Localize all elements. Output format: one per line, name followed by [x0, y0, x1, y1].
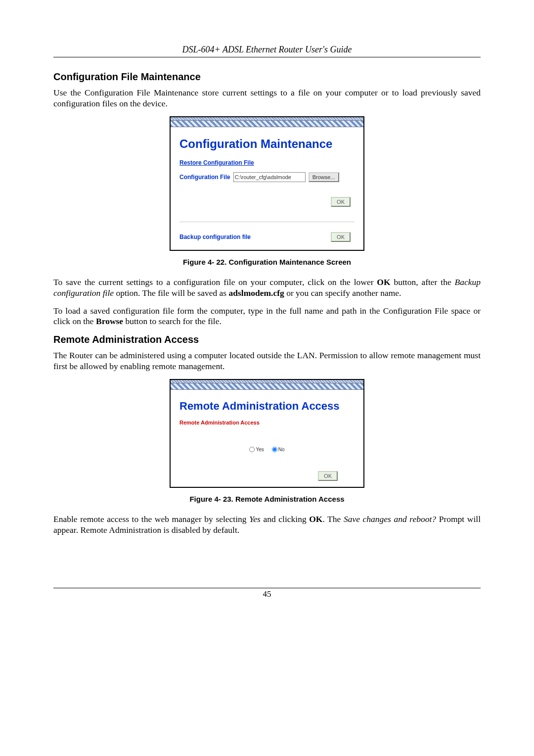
- header-rule: [53, 57, 481, 57]
- t: Browse: [96, 316, 123, 326]
- section1-p3: To load a saved configuration file form …: [53, 306, 481, 328]
- radio-yes-input[interactable]: [249, 447, 255, 452]
- panel-topbar: [171, 117, 363, 121]
- page-header: DSL-604+ ADSL Ethernet Router User's Gui…: [53, 45, 481, 55]
- section2-intro: The Router can be administered using a c…: [53, 350, 481, 372]
- panel-topbar: [171, 380, 363, 383]
- panel-title-remote: Remote Administration Access: [179, 400, 355, 413]
- t: and clicking: [261, 514, 309, 524]
- radio-no-input[interactable]: [272, 447, 277, 452]
- restore-ok-button[interactable]: OK: [331, 197, 351, 207]
- backup-config-label: Backup configuration file: [179, 234, 251, 240]
- restore-config-link[interactable]: Restore Configuration File: [179, 159, 254, 166]
- remote-section-label: Remote Administration Access: [179, 420, 355, 425]
- page-number: 45: [53, 589, 481, 599]
- panel-title-config: Configuration Maintenance: [179, 137, 355, 151]
- panel-ribbon: [171, 383, 363, 390]
- t: Yes: [249, 514, 261, 524]
- config-file-label: Configuration File: [179, 174, 230, 181]
- t: OK: [377, 277, 390, 287]
- t: or you can specify another name.: [284, 288, 401, 298]
- t: button, after the: [391, 277, 455, 287]
- section-title-config: Configuration File Maintenance: [53, 71, 481, 83]
- radio-no-label: No: [278, 447, 285, 452]
- t: OK: [309, 514, 322, 524]
- t: option. The file will be saved as: [114, 288, 228, 298]
- backup-ok-button[interactable]: OK: [331, 232, 351, 242]
- t: Enable remote access to the web manager …: [53, 514, 249, 524]
- browse-button[interactable]: Browse...: [309, 172, 339, 182]
- section1-p2: To save the current settings to a config…: [53, 277, 481, 299]
- panel-divider: [179, 222, 355, 222]
- config-file-input[interactable]: [233, 172, 306, 182]
- section1-intro: Use the Configuration File Maintenance s…: [53, 88, 481, 109]
- panel-ribbon: [171, 121, 363, 127]
- t: button to search for the file.: [123, 316, 222, 326]
- radio-yes[interactable]: Yes: [249, 447, 264, 452]
- t: Save changes and reboot?: [344, 514, 436, 524]
- radio-yes-label: Yes: [256, 447, 264, 452]
- figure-remote-admin: Remote Administration Access Remote Admi…: [170, 379, 364, 488]
- figure1-caption: Figure 4- 22. Configuration Maintenance …: [53, 258, 481, 266]
- figure2-caption: Figure 4- 23. Remote Administration Acce…: [53, 495, 481, 503]
- t: adslmodem.cfg: [229, 288, 284, 298]
- remote-ok-button[interactable]: OK: [318, 471, 338, 481]
- t: . The: [322, 514, 343, 524]
- figure-config-maintenance: Configuration Maintenance Restore Config…: [170, 116, 364, 251]
- section2-p2: Enable remote access to the web manager …: [53, 514, 481, 536]
- section-title-remote: Remote Administration Access: [53, 334, 481, 345]
- t: To save the current settings to a config…: [53, 277, 377, 287]
- footer-rule: [53, 588, 481, 588]
- radio-no[interactable]: No: [272, 447, 285, 452]
